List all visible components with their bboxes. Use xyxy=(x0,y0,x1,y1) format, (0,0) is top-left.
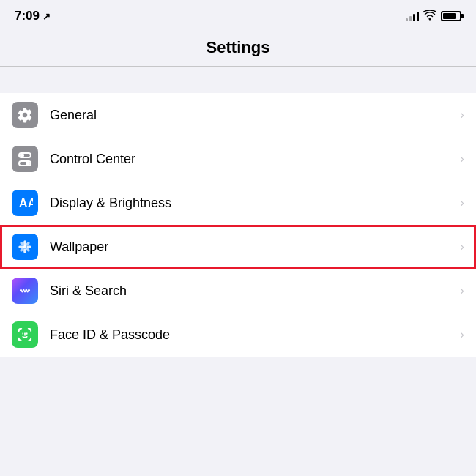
time-label: 7:09 xyxy=(15,9,40,23)
settings-list: General › Control Center › AA Display & … xyxy=(0,93,476,357)
wallpaper-chevron: › xyxy=(460,239,464,254)
svg-text:AA: AA xyxy=(19,196,33,209)
faceid-label: Face ID & Passcode xyxy=(50,327,460,343)
settings-row-control-center[interactable]: Control Center › xyxy=(0,137,476,181)
settings-row-siri[interactable]: Siri & Search › xyxy=(0,269,476,313)
faceid-chevron: › xyxy=(460,327,464,342)
status-time: 7:09 ↗ xyxy=(15,9,51,23)
status-bar: 7:09 ↗ xyxy=(0,0,476,32)
wallpaper-icon xyxy=(12,234,38,260)
battery-icon xyxy=(441,11,461,21)
control-center-chevron: › xyxy=(460,152,464,166)
svg-point-5 xyxy=(26,245,31,248)
page-title-bar: Settings xyxy=(0,32,476,66)
status-icons xyxy=(406,10,461,23)
settings-row-general[interactable]: General › xyxy=(0,93,476,137)
signal-bars-icon xyxy=(406,11,419,21)
general-chevron: › xyxy=(460,108,464,122)
wifi-icon xyxy=(423,10,436,23)
general-icon xyxy=(12,102,38,128)
control-center-label: Control Center xyxy=(50,152,460,167)
svg-point-2 xyxy=(23,240,26,245)
svg-point-4 xyxy=(18,245,23,248)
location-icon: ↗ xyxy=(42,11,51,22)
faceid-icon xyxy=(12,321,38,348)
section-spacer xyxy=(0,67,476,93)
page-title: Settings xyxy=(207,38,270,56)
settings-row-faceid[interactable]: Face ID & Passcode › xyxy=(0,313,476,357)
settings-row-display[interactable]: AA Display & Brightness › xyxy=(0,181,476,225)
general-label: General xyxy=(50,108,460,123)
control-center-icon xyxy=(12,146,38,172)
svg-point-3 xyxy=(23,248,26,253)
siri-label: Siri & Search xyxy=(50,283,460,299)
svg-point-1 xyxy=(23,245,27,249)
display-icon: AA xyxy=(12,190,38,216)
siri-icon xyxy=(12,278,38,304)
siri-chevron: › xyxy=(460,283,464,298)
settings-row-wallpaper[interactable]: Wallpaper › xyxy=(0,225,476,269)
display-chevron: › xyxy=(460,196,464,210)
display-label: Display & Brightness xyxy=(50,196,460,211)
wallpaper-label: Wallpaper xyxy=(50,239,460,255)
